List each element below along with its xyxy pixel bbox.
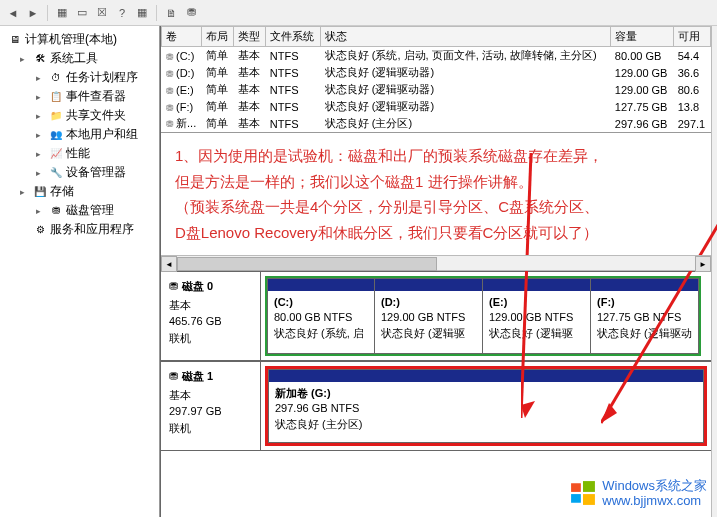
- expand-icon[interactable]: ▸: [36, 206, 46, 216]
- table-cell: 基本: [234, 115, 266, 132]
- scroll-left-button[interactable]: ◄: [161, 256, 177, 272]
- partition-letter: (E:): [489, 295, 584, 310]
- partition-size: 129.00 GB NTFS: [381, 310, 476, 325]
- right-edge: [711, 26, 717, 517]
- svg-rect-4: [571, 484, 581, 493]
- scroll-thumb[interactable]: [177, 257, 437, 271]
- expand-icon[interactable]: ▸: [36, 73, 46, 83]
- table-cell: 状态良好 (逻辑驱动器): [321, 98, 611, 115]
- partition-state: 状态良好 (逻辑驱动: [597, 326, 692, 341]
- col-header[interactable]: 类型: [234, 27, 266, 47]
- expand-icon[interactable]: ▸: [36, 168, 46, 178]
- svg-rect-5: [583, 481, 595, 492]
- partition-letter: 新加卷 (G:): [275, 386, 697, 401]
- action-icon[interactable]: ▦: [53, 4, 71, 22]
- table-cell: 80.6: [674, 81, 711, 98]
- tree-child[interactable]: ▸📁共享文件夹: [4, 106, 155, 125]
- section-icon: 🛠: [33, 52, 47, 66]
- expand-icon[interactable]: ▸: [36, 92, 46, 102]
- watermark: Windows系统之家 www.bjjmwx.com: [566, 476, 711, 511]
- note-line: D盘Lenovo Recovery和休眠分区，我们只要看C分区就可以了）: [175, 220, 697, 246]
- table-cell: 简单: [202, 115, 234, 132]
- expand-icon[interactable]: ▸: [20, 187, 30, 197]
- tree-section[interactable]: ▸🛠系统工具: [4, 49, 155, 68]
- expand-icon[interactable]: ▸: [20, 54, 30, 64]
- col-header[interactable]: 状态: [321, 27, 611, 47]
- disk-name: 磁盘 1: [182, 368, 213, 385]
- partition-letter: (D:): [381, 295, 476, 310]
- partition-box[interactable]: (F:) 127.75 GB NTFS 状态良好 (逻辑驱动: [591, 278, 699, 354]
- table-cell: 297.96 GB: [611, 115, 674, 132]
- table-cell: 基本: [234, 98, 266, 115]
- table-row[interactable]: (D:)简单基本NTFS状态良好 (逻辑驱动器)129.00 GB36.6: [162, 64, 711, 81]
- partition-box[interactable]: 新加卷 (G:) 297.96 GB NTFS 状态良好 (主分区): [268, 369, 704, 443]
- tree-section[interactable]: ▸💾存储: [4, 182, 155, 201]
- tree-child[interactable]: ▸🔧设备管理器: [4, 163, 155, 182]
- help-icon[interactable]: ?: [113, 4, 131, 22]
- cfg-icon[interactable]: ⛃: [182, 4, 200, 22]
- col-header[interactable]: 卷: [162, 27, 202, 47]
- tree-child[interactable]: ▸⏱任务计划程序: [4, 68, 155, 87]
- expand-icon[interactable]: ▸: [36, 111, 46, 121]
- item-icon: 📋: [49, 90, 63, 104]
- table-cell: (D:): [162, 64, 202, 81]
- section-icon: ⚙: [33, 223, 47, 237]
- expand-icon[interactable]: ▸: [36, 130, 46, 140]
- table-cell: 状态良好 (逻辑驱动器): [321, 81, 611, 98]
- col-header[interactable]: 可用: [674, 27, 711, 47]
- tree-child[interactable]: ▸📈性能: [4, 144, 155, 163]
- table-row[interactable]: 新...简单基本NTFS状态良好 (主分区)297.96 GB297.1: [162, 115, 711, 132]
- partition-size: 127.75 GB NTFS: [597, 310, 692, 325]
- col-header[interactable]: 文件系统: [266, 27, 321, 47]
- partition-box[interactable]: (D:) 129.00 GB NTFS 状态良好 (逻辑驱: [375, 278, 483, 354]
- col-header[interactable]: 容量: [611, 27, 674, 47]
- fwd-icon[interactable]: ►: [24, 4, 42, 22]
- right-pane: 卷布局类型文件系统状态容量可用 (C:)简单基本NTFS状态良好 (系统, 启动…: [160, 26, 711, 517]
- tree-section[interactable]: ⚙服务和应用程序: [4, 220, 155, 239]
- save-icon[interactable]: 🗎: [162, 4, 180, 22]
- table-row[interactable]: (C:)简单基本NTFS状态良好 (系统, 启动, 页面文件, 活动, 故障转储…: [162, 47, 711, 65]
- disk-name: 磁盘 0: [182, 278, 213, 295]
- tree-child[interactable]: ▸📋事件查看器: [4, 87, 155, 106]
- tree-root-item[interactable]: 🖥 计算机管理(本地): [4, 30, 155, 49]
- partition-size: 80.00 GB NTFS: [274, 310, 368, 325]
- note-line: 1、因为使用的是试验机：磁盘和出厂的预装系统磁盘存在差异，: [175, 143, 697, 169]
- partition-header: [268, 279, 374, 291]
- table-cell: NTFS: [266, 81, 321, 98]
- x-icon[interactable]: ☒: [93, 4, 111, 22]
- tree-child[interactable]: ▸⛃磁盘管理: [4, 201, 155, 220]
- table-cell: 129.00 GB: [611, 64, 674, 81]
- main-area: 🖥 计算机管理(本地) ▸🛠系统工具▸⏱任务计划程序▸📋事件查看器▸📁共享文件夹…: [0, 26, 717, 517]
- disk-type: 基本: [169, 297, 252, 314]
- table-row[interactable]: (F:)简单基本NTFS状态良好 (逻辑驱动器)127.75 GB13.8: [162, 98, 711, 115]
- tree-label: 磁盘管理: [66, 202, 114, 219]
- back-icon[interactable]: ◄: [4, 4, 22, 22]
- table-row[interactable]: (E:)简单基本NTFS状态良好 (逻辑驱动器)129.00 GB80.6: [162, 81, 711, 98]
- disk-partitions: 新加卷 (G:) 297.96 GB NTFS 状态良好 (主分区): [261, 362, 711, 450]
- partition-state: 状态良好 (逻辑驱: [381, 326, 476, 341]
- window-icon[interactable]: ▭: [73, 4, 91, 22]
- tree-label: 存储: [50, 183, 74, 200]
- partition-state: 状态良好 (逻辑驱: [489, 326, 584, 341]
- horizontal-scrollbar[interactable]: ◄ ►: [161, 255, 711, 271]
- tree-child[interactable]: ▸👥本地用户和组: [4, 125, 155, 144]
- disk-info: ⛃ 磁盘 1 基本 297.97 GB 联机: [161, 362, 261, 450]
- table-cell: 297.1: [674, 115, 711, 132]
- table-cell: 简单: [202, 98, 234, 115]
- expand-icon[interactable]: ▸: [36, 149, 46, 159]
- table-cell: NTFS: [266, 64, 321, 81]
- volume-table: 卷布局类型文件系统状态容量可用 (C:)简单基本NTFS状态良好 (系统, 启动…: [161, 26, 711, 132]
- partition-box[interactable]: (E:) 129.00 GB NTFS 状态良好 (逻辑驱: [483, 278, 591, 354]
- tree-root[interactable]: 🖥 计算机管理(本地) ▸🛠系统工具▸⏱任务计划程序▸📋事件查看器▸📁共享文件夹…: [2, 28, 157, 241]
- disk-size: 297.97 GB: [169, 403, 252, 420]
- annotation-note: 1、因为使用的是试验机：磁盘和出厂的预装系统磁盘存在差异， 但是方法是一样的；我…: [161, 133, 711, 255]
- partition-letter: (F:): [597, 295, 692, 310]
- table-cell: 基本: [234, 81, 266, 98]
- scroll-right-button[interactable]: ►: [695, 256, 711, 272]
- watermark-url: www.bjjmwx.com: [602, 493, 707, 509]
- col-header[interactable]: 布局: [202, 27, 234, 47]
- partition-box[interactable]: (C:) 80.00 GB NTFS 状态良好 (系统, 启: [267, 278, 375, 354]
- table-cell: 简单: [202, 47, 234, 65]
- item-icon: 📈: [49, 147, 63, 161]
- refresh-icon[interactable]: ▦: [133, 4, 151, 22]
